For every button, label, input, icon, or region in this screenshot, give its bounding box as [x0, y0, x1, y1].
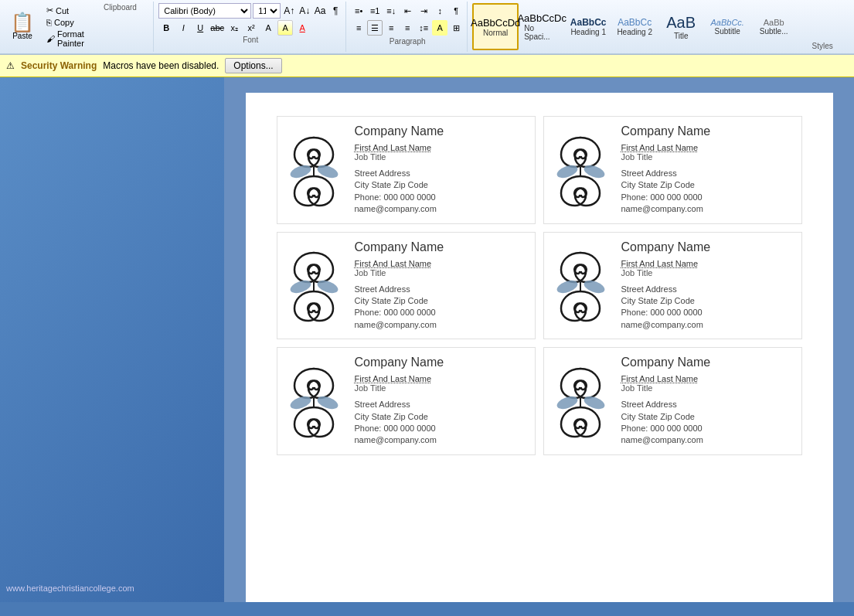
underline-button[interactable]: U — [192, 20, 208, 36]
ornament-icon — [552, 362, 610, 440]
font-row1: Calibri (Body) 11 A↑ A↓ Aa ¶ — [158, 3, 342, 19]
cut-button[interactable]: ✂ Cut — [43, 5, 87, 16]
style-subtle-preview: AaBb — [764, 18, 784, 27]
card-grid: Company Name First And Last Name Job Tit… — [277, 116, 802, 455]
multilevel-list-button[interactable]: ≡↓ — [383, 3, 399, 19]
card-address: Street Address City State Zip Code Phone… — [621, 399, 795, 447]
card-contact-name: First And Last Name — [621, 143, 795, 152]
font-label: Font — [158, 36, 342, 44]
card-info: Company Name First And Last Name Job Tit… — [621, 240, 795, 332]
card-job-title: Job Title — [355, 268, 529, 277]
card-info: Company Name First And Last Name Job Tit… — [355, 124, 529, 216]
text-effects-button[interactable]: A — [260, 20, 276, 36]
font-group: Calibri (Body) 11 A↑ A↓ Aa ¶ B I U abc x… — [155, 2, 346, 52]
card-company-name: Company Name — [621, 124, 795, 138]
clipboard-label: Clipboard — [90, 3, 150, 50]
options-button[interactable]: Options... — [225, 58, 281, 73]
card-logo — [550, 243, 612, 328]
copy-button[interactable]: ⎘ Copy — [43, 17, 87, 28]
business-card: Company Name First And Last Name Job Tit… — [277, 232, 536, 340]
card-info: Company Name First And Last Name Job Tit… — [355, 240, 529, 332]
ornament-icon — [285, 247, 343, 324]
border-button[interactable]: ⊞ — [448, 20, 464, 36]
clipboard-group: 📋 Paste ✂ Cut ⎘ Copy 🖌 Format Painter Cl… — [3, 2, 154, 52]
styles-label: Styles — [797, 42, 848, 50]
ornament-icon — [552, 247, 610, 324]
shading-button[interactable]: A — [432, 20, 447, 36]
highlight-button[interactable]: A — [277, 20, 293, 36]
align-center-button[interactable]: ☰ — [367, 20, 383, 36]
security-bar: ⚠ Security Warning Macros have been disa… — [0, 55, 854, 77]
card-info: Company Name First And Last Name Job Tit… — [355, 356, 529, 447]
card-company-name: Company Name — [355, 356, 529, 369]
style-no-spacing-label: No Spaci... — [524, 24, 560, 41]
card-company-name: Company Name — [355, 124, 529, 138]
style-subtitle[interactable]: AaBbCc. Subtitle — [704, 3, 750, 50]
card-contact-name: First And Last Name — [621, 259, 795, 268]
style-normal[interactable]: AaBbCcDd Normal — [472, 3, 519, 50]
subscript-button[interactable]: x₂ — [226, 20, 242, 36]
align-left-button[interactable]: ≡ — [351, 20, 366, 36]
decrease-indent-button[interactable]: ⇤ — [400, 3, 415, 19]
ornament-icon — [285, 131, 343, 209]
card-address: Street Address City State Zip Code Phone… — [621, 284, 795, 332]
font-size-select[interactable]: 11 — [253, 3, 281, 19]
font-color-button[interactable]: A — [294, 20, 310, 36]
document-area[interactable]: Company Name First And Last Name Job Tit… — [224, 77, 854, 602]
business-card: Company Name First And Last Name Job Tit… — [543, 232, 802, 340]
business-card: Company Name First And Last Name Job Tit… — [543, 116, 802, 224]
style-title[interactable]: AaB Title — [658, 3, 704, 50]
paragraph-label: Paragraph — [351, 37, 464, 46]
increase-indent-button[interactable]: ⇥ — [416, 3, 431, 19]
decrease-font-button[interactable]: A↓ — [298, 4, 311, 18]
bold-button[interactable]: B — [158, 20, 174, 36]
card-contact-name: First And Last Name — [621, 374, 795, 383]
card-logo — [550, 128, 612, 213]
business-card: Company Name First And Last Name Job Tit… — [543, 347, 802, 455]
style-title-label: Title — [674, 32, 689, 40]
card-logo — [284, 128, 345, 213]
card-job-title: Job Title — [621, 268, 795, 277]
bullets-button[interactable]: ≡• — [351, 3, 366, 19]
style-heading1[interactable]: AaBbCc Heading 1 — [565, 3, 611, 50]
style-subtle[interactable]: AaBb Subtle... — [750, 3, 797, 50]
card-company-name: Company Name — [621, 356, 795, 369]
change-case-button[interactable]: Aa — [313, 4, 327, 18]
justify-button[interactable]: ≡ — [400, 20, 415, 36]
style-heading2[interactable]: AaBbCc Heading 2 — [611, 3, 658, 50]
para-row2: ≡ ☰ ≡ ≡ ↕≡ A ⊞ — [351, 20, 464, 36]
format-painter-button[interactable]: 🖌 Format Painter — [43, 29, 87, 49]
increase-font-button[interactable]: A↑ — [282, 4, 296, 18]
line-spacing-button[interactable]: ↕≡ — [416, 20, 431, 36]
ornament-icon — [552, 131, 610, 209]
card-info: Company Name First And Last Name Job Tit… — [621, 356, 795, 447]
superscript-button[interactable]: x² — [243, 20, 259, 36]
paste-button[interactable]: 📋 Paste — [6, 3, 39, 50]
style-heading2-label: Heading 2 — [617, 28, 652, 36]
font-name-select[interactable]: Calibri (Body) — [158, 3, 251, 19]
sort-button[interactable]: ↕ — [432, 3, 447, 19]
sidebar-url: www.heritagechristiancollege.com — [0, 580, 224, 596]
italic-button[interactable]: I — [175, 20, 191, 36]
style-heading1-label: Heading 1 — [570, 28, 606, 36]
card-job-title: Job Title — [621, 152, 795, 162]
strikethrough-button[interactable]: abc — [209, 20, 225, 36]
style-subtle-label: Subtle... — [760, 27, 788, 36]
styles-group: AaBbCcDd Normal AaBbCcDc No Spaci... AaB… — [469, 2, 851, 52]
numbering-button[interactable]: ≡1 — [367, 3, 383, 19]
business-card: Company Name First And Last Name Job Tit… — [277, 116, 536, 224]
card-address: Street Address City State Zip Code Phone… — [355, 284, 529, 332]
sidebar: www.heritagechristiancollege.com — [0, 77, 224, 602]
style-normal-preview: AaBbCcDd — [471, 17, 520, 29]
card-logo — [284, 243, 345, 328]
business-card: Company Name First And Last Name Job Tit… — [277, 347, 536, 455]
para-row1: ≡• ≡1 ≡↓ ⇤ ⇥ ↕ ¶ — [351, 3, 464, 19]
style-no-spacing[interactable]: AaBbCcDc No Spaci... — [519, 3, 565, 50]
show-marks-button[interactable]: ¶ — [448, 3, 464, 19]
align-right-button[interactable]: ≡ — [383, 20, 399, 36]
style-subtitle-label: Subtitle — [715, 27, 740, 36]
clear-formatting-button[interactable]: ¶ — [328, 4, 342, 18]
security-warning-icon: ⚠ — [6, 60, 15, 71]
paste-icon: 📋 — [11, 13, 34, 32]
font-row2: B I U abc x₂ x² A A A — [158, 20, 342, 36]
